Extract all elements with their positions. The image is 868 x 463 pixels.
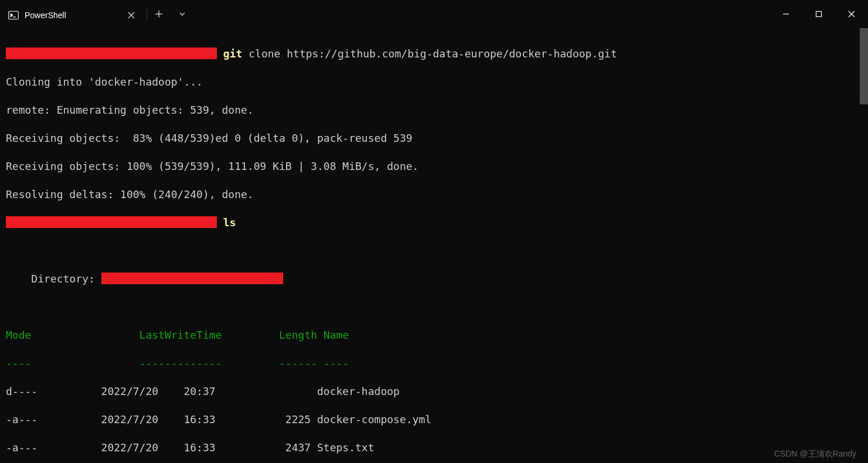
output-line: Cloning into 'docker-hadoop'...	[6, 75, 868, 89]
ls-row: -a--- 2022/7/20 16:33 2225 docker-compos…	[6, 413, 868, 427]
window-controls	[770, 0, 868, 28]
redacted-path	[6, 47, 217, 59]
blank-line	[6, 300, 868, 314]
tab-dropdown-button[interactable]	[171, 0, 194, 28]
command-args: clone https://github.com/big-data-europe…	[249, 47, 617, 60]
minimize-button[interactable]	[770, 0, 802, 28]
sep-lwt: -------------	[139, 357, 222, 369]
tabs-region: PowerShell	[0, 0, 194, 28]
powershell-icon	[8, 10, 19, 21]
blank-line	[6, 244, 868, 258]
window-titlebar: PowerShell	[0, 0, 868, 28]
new-tab-button[interactable]	[147, 0, 171, 28]
scrollbar-thumb[interactable]	[860, 28, 868, 104]
maximize-button[interactable]	[802, 0, 835, 28]
hdr-length: Length	[279, 329, 317, 341]
terminal-output[interactable]: git clone https://github.com/big-data-eu…	[0, 28, 868, 463]
ls-header-sep: ---- ------------- ------ ----	[6, 356, 868, 370]
directory-line: Directory:	[6, 272, 868, 286]
output-line: Receiving objects: 100% (539/539), 111.0…	[6, 159, 868, 173]
hdr-name: Name	[324, 329, 349, 341]
hdr-mode: Mode	[6, 329, 31, 341]
sep-len: ------	[279, 357, 317, 369]
redacted-path	[6, 216, 217, 228]
redacted-path	[101, 273, 283, 284]
svg-rect-7	[816, 12, 822, 17]
prompt-line: git clone https://github.com/big-data-eu…	[6, 47, 868, 61]
tab-title: PowerShell	[25, 11, 66, 20]
sep-mode: ----	[6, 357, 31, 369]
command-ls: ls	[223, 216, 236, 229]
directory-label: Directory:	[31, 273, 101, 285]
output-line: Resolving deltas: 100% (240/240), done.	[6, 188, 868, 202]
powershell-tab[interactable]: PowerShell	[0, 4, 147, 28]
command-git: git	[223, 47, 243, 60]
ls-row: d---- 2022/7/20 20:37 docker-hadoop	[6, 384, 868, 399]
hdr-lastwritetime: LastWriteTime	[139, 329, 222, 341]
watermark: CSDN @王清欢Randy	[774, 449, 856, 459]
close-button[interactable]	[835, 0, 868, 28]
ls-header: Mode LastWriteTime Length Name	[6, 328, 868, 342]
tab-close-button[interactable]	[124, 8, 138, 22]
prompt-line: ls	[6, 216, 868, 230]
output-line: remote: Enumerating objects: 539, done.	[6, 103, 868, 117]
svg-rect-0	[9, 11, 19, 19]
ls-row: -a--- 2022/7/20 16:33 2437 Steps.txt	[6, 441, 868, 455]
output-line: Receiving objects: 83% (448/539)ed 0 (de…	[6, 131, 868, 145]
sep-name: ----	[324, 357, 349, 369]
